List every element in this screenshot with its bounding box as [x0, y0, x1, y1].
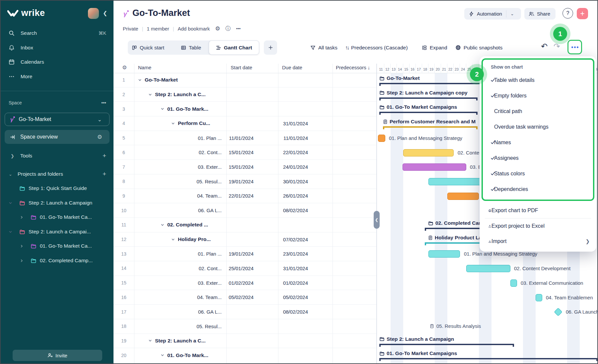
- table-row[interactable]: 1805. Resul...: [113, 319, 376, 334]
- projects-add-icon[interactable]: +: [103, 170, 106, 178]
- gantt-more-button[interactable]: [567, 40, 582, 54]
- row-chevron-down-icon[interactable]: [161, 107, 164, 111]
- sidebar-item-tools[interactable]: ❯ Tools +: [1, 149, 113, 162]
- toolbar-predecessors-cascade[interactable]: ↑↓Predecessors (Cascade): [345, 40, 408, 55]
- space-settings-gear-icon[interactable]: ⚙: [97, 134, 102, 141]
- gantt-bar[interactable]: [536, 294, 542, 301]
- start-date[interactable]: [206, 116, 258, 131]
- sidebar-folder-step-2-launch-a-campaign[interactable]: Step 2: Launch a Campaign: [1, 196, 113, 210]
- column-header-name[interactable]: Name: [138, 65, 151, 70]
- due-date[interactable]: 05/02/2024: [258, 290, 312, 305]
- sidebar-item-inbox[interactable]: Inbox: [1, 41, 113, 54]
- menu-action-import[interactable]: Import❯: [480, 234, 596, 249]
- start-date[interactable]: [206, 334, 258, 348]
- sidebar-item-search[interactable]: Search⌘K: [1, 27, 113, 40]
- toolbar-all-tasks[interactable]: All tasks: [310, 40, 337, 55]
- projects-chevron-icon[interactable]: ⌄: [1, 172, 12, 177]
- row-chevron-down-icon[interactable]: [148, 339, 152, 342]
- sidebar-folder-step-1-quick-start-guide[interactable]: Step 1: Quick Start Guide: [1, 182, 113, 195]
- due-date[interactable]: [258, 102, 312, 116]
- gantt-bar[interactable]: [466, 265, 510, 272]
- collapse-table-handle[interactable]: ❮: [374, 211, 380, 229]
- due-date[interactable]: [258, 319, 312, 334]
- table-row[interactable]: 1301. Plan ...19/01/202423/01/2024: [113, 247, 376, 261]
- gantt-bar[interactable]: [447, 193, 479, 200]
- sidebar-folder-01-go-to-market-ca[interactable]: 01. Go-To Market Ca...: [1, 239, 113, 253]
- gantt-bar[interactable]: [554, 308, 562, 316]
- tab-quick-start[interactable]: Quick start: [132, 40, 164, 55]
- row-chevron-down-icon[interactable]: [138, 78, 142, 82]
- table-row[interactable]: 19Step 2: Launch a C...: [113, 334, 376, 348]
- menu-option-dependencies[interactable]: Dependencies: [483, 181, 593, 197]
- folder-chevron-down-icon[interactable]: [9, 230, 12, 234]
- tab-gantt-chart[interactable]: Gantt Chart: [209, 40, 259, 55]
- start-date[interactable]: 11/01/2024: [206, 131, 258, 145]
- start-date[interactable]: 25/01/2024: [206, 261, 258, 275]
- due-date[interactable]: [258, 88, 312, 102]
- start-date[interactable]: 19/01/2024: [206, 174, 258, 189]
- table-row[interactable]: 1604. Team...05/02/202405/02/2024: [113, 290, 376, 305]
- header-gear-icon[interactable]: ⚙: [215, 25, 220, 32]
- due-date[interactable]: 22/01/2024: [258, 146, 312, 160]
- menu-option-status-colors[interactable]: Status colors: [483, 166, 593, 181]
- add-view-button[interactable]: [264, 40, 277, 55]
- sidebar-folder-step-2-launch-a-campai[interactable]: Step 2: Launch a Campai...: [1, 225, 113, 238]
- due-date[interactable]: 11/01/2024: [258, 131, 312, 145]
- menu-option-critical-path[interactable]: Critical path: [483, 103, 593, 119]
- due-date[interactable]: 07/02/2024: [258, 232, 312, 247]
- sidebar-folder-02-completed-camp[interactable]: 02. Completed Camp...: [1, 254, 113, 267]
- table-row[interactable]: 1402. Cont...25/01/202431/01/2024: [113, 261, 376, 276]
- sidebar-item-projects-folders[interactable]: ⌄ Projects and folders +: [1, 167, 113, 181]
- row-chevron-down-icon[interactable]: [161, 353, 164, 357]
- start-date[interactable]: 15/01/2024: [206, 160, 258, 174]
- menu-action-export-project-to-excel[interactable]: Export project to Excel: [480, 218, 596, 234]
- sidebar-folder-01-go-to-market-ca[interactable]: 01. Go-To Market Ca...: [1, 211, 113, 224]
- table-row[interactable]: 1706. GA L...08/02/2024: [113, 305, 376, 319]
- row-chevron-down-icon[interactable]: [171, 238, 175, 241]
- space-selector[interactable]: γ Go-To-Market ⌄: [5, 113, 110, 126]
- due-date[interactable]: [258, 348, 312, 362]
- row-chevron-down-icon[interactable]: [171, 122, 175, 125]
- due-date[interactable]: 31/01/2024: [258, 261, 312, 275]
- meta-add-bookmark[interactable]: Add bookmark: [178, 26, 210, 31]
- start-date[interactable]: 15/01/2024: [206, 146, 258, 160]
- toolbar-expand[interactable]: Expand: [421, 40, 447, 55]
- gantt-summary-01-go-to-market-campaigns[interactable]: 01. Go-To Market Campaigns: [379, 350, 457, 356]
- folder-chevron-right-icon[interactable]: [20, 215, 24, 219]
- gantt-bar[interactable]: [378, 135, 385, 142]
- start-date[interactable]: 19/01/2024: [206, 247, 258, 261]
- folder-chevron-down-icon[interactable]: [9, 201, 12, 205]
- menu-option-assignees[interactable]: Assignees: [483, 150, 593, 166]
- due-date[interactable]: [258, 73, 312, 87]
- table-row[interactable]: 4Perform Cu...31/01/2024: [113, 116, 376, 131]
- due-date[interactable]: [258, 334, 312, 348]
- gantt-bar[interactable]: [510, 279, 517, 287]
- menu-option-empty-folders[interactable]: Empty folders: [483, 88, 593, 103]
- column-header-due-date[interactable]: Due date: [282, 65, 302, 70]
- sidebar-item-more[interactable]: More: [1, 70, 113, 83]
- table-row[interactable]: 602. Cont...15/01/202422/01/2024: [113, 146, 376, 160]
- due-date[interactable]: [258, 218, 312, 232]
- column-header-predecessors[interactable]: Predecessors ↓: [336, 65, 370, 70]
- menu-option-table-with-details[interactable]: Table with details: [483, 72, 593, 88]
- meta-private[interactable]: Private: [123, 26, 138, 31]
- create-plus-button[interactable]: +: [577, 8, 588, 19]
- invite-button[interactable]: Invite: [13, 350, 102, 361]
- header-info-icon[interactable]: ⓘ: [225, 25, 231, 32]
- tools-add-icon[interactable]: +: [103, 152, 106, 159]
- start-date[interactable]: [206, 102, 258, 116]
- gantt-bar[interactable]: [403, 163, 466, 171]
- collapse-sidebar-icon[interactable]: ❮: [103, 10, 107, 16]
- folder-chevron-right-icon[interactable]: [20, 244, 24, 248]
- due-date[interactable]: 24/01/2024: [258, 160, 312, 174]
- table-row[interactable]: 703. Exter...15/01/202424/01/2024: [113, 160, 376, 174]
- start-date[interactable]: [206, 73, 258, 87]
- table-row[interactable]: 1Go-To-Market: [113, 73, 376, 88]
- help-button[interactable]: ?: [562, 8, 573, 19]
- table-row[interactable]: 1006. GA L...08/02/2024: [113, 203, 376, 218]
- table-row[interactable]: 904. Team...22/01/202426/01/2024: [113, 189, 376, 204]
- header-more-icon[interactable]: •••: [236, 26, 241, 31]
- folder-chevron-right-icon[interactable]: [20, 259, 24, 263]
- gantt-summary-step-2-launch-a-campaign[interactable]: Step 2: Launch a Campaign: [379, 336, 454, 342]
- gantt-summary-step-2-launch-a-campaign-copy[interactable]: Step 2: Launch a Campaign copy: [379, 90, 468, 96]
